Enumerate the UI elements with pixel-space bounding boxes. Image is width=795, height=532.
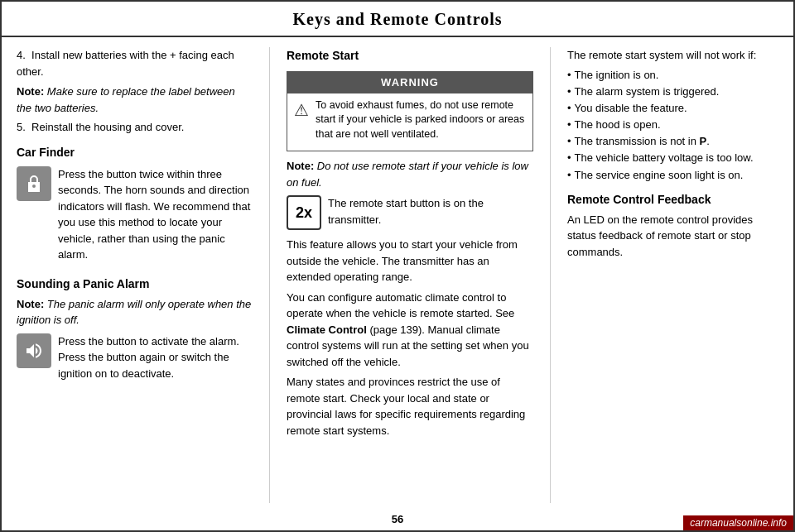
car-finder-heading: Car Finder: [17, 144, 253, 161]
panic-button-text: Press the button to activate the alarm. …: [58, 333, 253, 382]
states-text: Many states and provinces restrict the u…: [287, 374, 533, 439]
panic-note: Note: The panic alarm will only operate …: [17, 296, 253, 328]
panic-alarm-row: Press the button to activate the alarm. …: [17, 333, 253, 386]
climate-text: You can configure automatic climate cont…: [287, 290, 533, 371]
right-column: The remote start system will not work if…: [567, 47, 778, 503]
left-column: 4. Install new batteries with the + faci…: [17, 47, 253, 503]
speaker-icon: [17, 333, 51, 368]
feedback-heading: Remote Control Feedback: [567, 191, 778, 208]
warning-header: WARNING: [287, 72, 532, 93]
middle-note: Note: Do not use remote start if your ve…: [287, 158, 533, 190]
will-not-work-text: The remote start system will not work if…: [567, 47, 778, 64]
item4-text: 4. Install new batteries with the + faci…: [17, 47, 253, 79]
warning-text: To avoid exhaust fumes, do not use remot…: [316, 98, 526, 142]
transmitter-text: The remote start button is on the transm…: [328, 195, 533, 228]
page-title: Keys and Remote Controls: [2, 2, 793, 37]
warning-triangle-icon: ⚠: [294, 98, 309, 122]
feature-text: This feature allows you to start your ve…: [287, 237, 533, 285]
car-finder-row: Press the button twice within three seco…: [17, 166, 253, 267]
2x-icon: 2x: [287, 195, 321, 230]
bullet-item: The alarm system is triggered.: [567, 84, 778, 99]
remote-start-heading: Remote Start: [287, 47, 533, 65]
car-finder-text: Press the button twice within three seco…: [58, 166, 253, 263]
middle-column: Remote Start WARNING ⚠ To avoid exhaust …: [287, 47, 533, 503]
watermark: carmanualsonline.info: [683, 515, 793, 530]
bullet-item: The vehicle battery voltage is too low.: [567, 151, 778, 165]
warning-body: ⚠ To avoid exhaust fumes, do not use rem…: [287, 93, 532, 151]
note1: Note: Make sure to replace the label bet…: [17, 84, 253, 116]
bullet-item: The service engine soon light is on.: [567, 168, 778, 183]
item5-text: 5. Reinstall the housing and cover.: [17, 119, 253, 136]
feedback-text: An LED on the remote control provides st…: [567, 212, 778, 261]
warning-box: WARNING ⚠ To avoid exhaust fumes, do not…: [287, 71, 533, 151]
page-number: 56: [2, 510, 793, 530]
panic-heading: Sounding a Panic Alarm: [17, 276, 253, 293]
bullet-item: The ignition is on.: [567, 68, 778, 83]
transmitter-row: 2x The remote start button is on the tra…: [287, 195, 533, 232]
bullet-item: You disable the feature.: [567, 101, 778, 116]
bullet-list: The ignition is on. The alarm system is …: [567, 68, 778, 183]
bullet-item: The transmission is not in P.: [567, 134, 778, 149]
lock-icon: [17, 166, 51, 201]
bullet-item: The hood is open.: [567, 117, 778, 132]
